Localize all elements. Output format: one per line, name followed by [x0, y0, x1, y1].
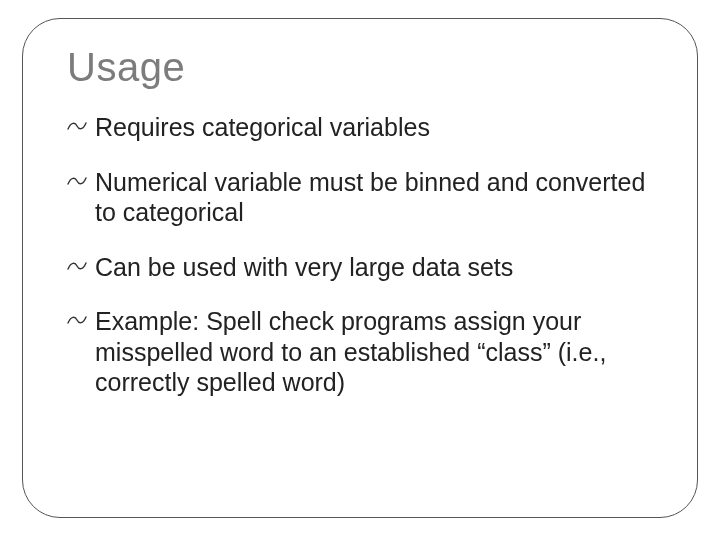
flourish-bullet-icon: [67, 312, 87, 328]
slide-title: Usage: [67, 45, 653, 90]
slide-frame: Usage Requires categorical variables Num…: [22, 18, 698, 518]
list-item: Numerical variable must be binned and co…: [67, 167, 653, 228]
flourish-bullet-icon: [67, 258, 87, 274]
bullet-text: Requires categorical variables: [95, 113, 430, 141]
bullet-text: Example: Spell check programs assign you…: [95, 307, 606, 396]
slide: Usage Requires categorical variables Num…: [0, 0, 720, 540]
list-item: Example: Spell check programs assign you…: [67, 306, 653, 398]
bullet-text: Can be used with very large data sets: [95, 253, 513, 281]
bullet-list: Requires categorical variables Numerical…: [67, 112, 653, 398]
flourish-bullet-icon: [67, 118, 87, 134]
flourish-bullet-icon: [67, 173, 87, 189]
list-item: Can be used with very large data sets: [67, 252, 653, 283]
bullet-text: Numerical variable must be binned and co…: [95, 168, 645, 227]
list-item: Requires categorical variables: [67, 112, 653, 143]
